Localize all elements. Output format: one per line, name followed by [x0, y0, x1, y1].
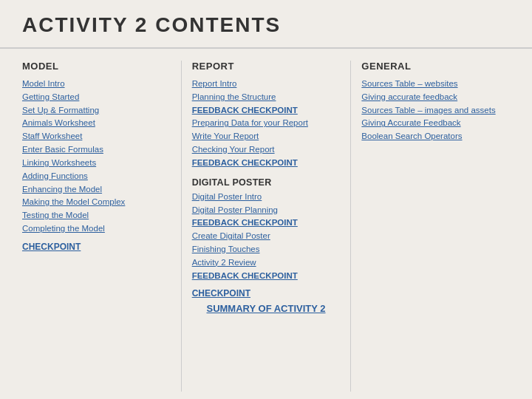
page-title: ACTIVITY 2 CONTENTS: [22, 13, 510, 37]
model-link-10[interactable]: Making the Model Complex: [22, 196, 171, 209]
poster-link-5[interactable]: Activity 2 Review: [192, 256, 341, 270]
model-link-9[interactable]: Enhancing the Model: [22, 183, 171, 197]
general-column-title: GENERAL: [361, 61, 510, 72]
general-column: GENERAL Sources Table – websites Giving …: [354, 61, 517, 392]
divider-2: [350, 61, 351, 392]
model-link-7[interactable]: Linking Worksheets: [22, 157, 171, 170]
report-feedback-1[interactable]: FEEDBACK CHECKPOINT: [192, 104, 341, 117]
model-link-6[interactable]: Enter Basic Formulas: [22, 143, 171, 157]
report-link-4[interactable]: Write Your Report: [192, 130, 341, 143]
model-link-1[interactable]: Model Intro: [22, 78, 171, 91]
general-link-3[interactable]: Sources Table – images and assets: [361, 104, 510, 117]
poster-link-4[interactable]: Finishing Touches: [192, 243, 341, 256]
report-link-2[interactable]: Planning the Structure: [192, 91, 341, 104]
report-column-title: REPORT: [192, 61, 341, 72]
model-link-3[interactable]: Set Up & Formatting: [22, 104, 171, 117]
general-link-5[interactable]: Boolean Search Operators: [361, 130, 510, 143]
poster-link-3[interactable]: Create Digital Poster: [192, 230, 341, 243]
model-column: MODEL Model Intro Getting Started Set Up…: [15, 61, 178, 392]
poster-feedback-1[interactable]: FEEDBACK CHECKPOINT: [192, 216, 341, 230]
general-link-4[interactable]: Giving Accurate Feedback: [361, 117, 510, 130]
general-link-1[interactable]: Sources Table – websites: [361, 78, 510, 91]
general-link-2[interactable]: Giving accurate feedback: [361, 91, 510, 104]
model-link-12[interactable]: Completing the Model: [22, 222, 171, 236]
divider-1: [181, 61, 182, 392]
model-link-5[interactable]: Staff Worksheet: [22, 130, 171, 143]
model-checkpoint[interactable]: CHECKPOINT: [22, 242, 171, 252]
report-link-1[interactable]: Report Intro: [192, 78, 341, 91]
poster-link-2[interactable]: Digital Poster Planning: [192, 204, 341, 217]
model-link-2[interactable]: Getting Started: [22, 91, 171, 104]
report-feedback-2[interactable]: FEEDBACK CHECKPOINT: [192, 157, 341, 170]
page: ACTIVITY 2 CONTENTS MODEL Model Intro Ge…: [0, 0, 532, 399]
poster-link-1[interactable]: Digital Poster Intro: [192, 191, 341, 204]
report-link-5[interactable]: Checking Your Report: [192, 143, 341, 157]
model-column-title: MODEL: [22, 61, 171, 72]
model-link-4[interactable]: Animals Worksheet: [22, 117, 171, 130]
model-link-8[interactable]: Adding Functions: [22, 170, 171, 183]
header: ACTIVITY 2 CONTENTS: [0, 0, 532, 49]
summary-link[interactable]: SUMMARY OF ACTIVITY 2: [192, 299, 341, 321]
model-link-11[interactable]: Testing the Model: [22, 209, 171, 222]
report-column: REPORT Report Intro Planning the Structu…: [185, 61, 348, 392]
content-area: MODEL Model Intro Getting Started Set Up…: [0, 49, 532, 399]
report-link-3[interactable]: Preparing Data for your Report: [192, 117, 341, 130]
poster-feedback-2[interactable]: FEEDBACK CHECKPOINT: [192, 270, 341, 283]
digital-poster-title: DIGITAL POSTER: [192, 177, 341, 188]
report-checkpoint[interactable]: CHECKPOINT: [192, 288, 341, 299]
